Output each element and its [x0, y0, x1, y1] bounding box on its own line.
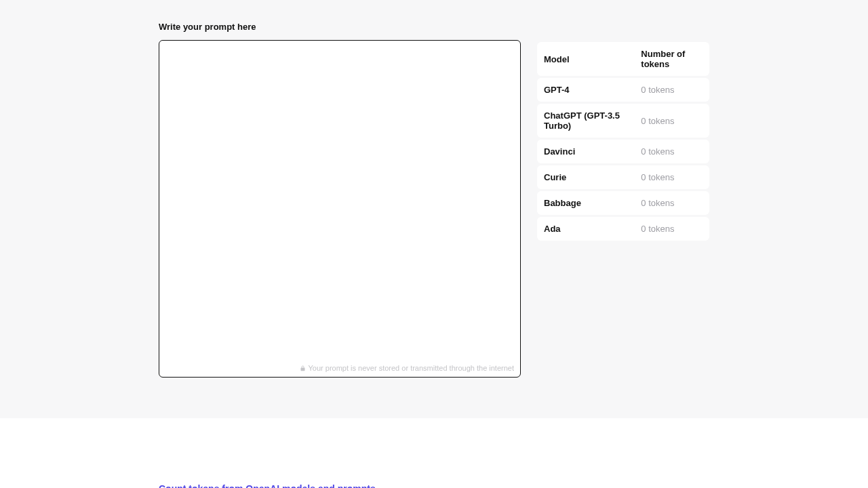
model-cell: Babbage	[537, 191, 634, 215]
tokens-cell: 0 tokens	[634, 104, 709, 138]
table-row: GPT-40 tokens	[537, 78, 709, 102]
table-row: Davinci0 tokens	[537, 140, 709, 163]
token-table: Model Number of tokens GPT-40 tokensChat…	[537, 40, 709, 243]
tokens-cell: 0 tokens	[634, 217, 709, 241]
prompt-input[interactable]	[159, 40, 521, 378]
page-subtitle: Count tokens from OpenAI models and prom…	[159, 483, 709, 488]
token-table-wrap: Model Number of tokens GPT-40 tokensChat…	[537, 40, 709, 243]
model-cell: GPT-4	[537, 78, 634, 102]
table-header-row: Model Number of tokens	[537, 42, 709, 76]
prompt-label: Write your prompt here	[159, 22, 709, 32]
model-cell: Ada	[537, 217, 634, 241]
model-cell: ChatGPT (GPT-3.5 Turbo)	[537, 104, 634, 138]
model-cell: Davinci	[537, 140, 634, 163]
main-row: Your prompt is never stored or transmitt…	[159, 40, 709, 378]
tokens-cell: 0 tokens	[634, 191, 709, 215]
textarea-wrap: Your prompt is never stored or transmitt…	[159, 40, 521, 378]
table-row: ChatGPT (GPT-3.5 Turbo)0 tokens	[537, 104, 709, 138]
table-row: Curie0 tokens	[537, 165, 709, 189]
tokens-cell: 0 tokens	[634, 140, 709, 163]
model-cell: Curie	[537, 165, 634, 189]
table-row: Ada0 tokens	[537, 217, 709, 241]
tokens-cell: 0 tokens	[634, 165, 709, 189]
table-row: Babbage0 tokens	[537, 191, 709, 215]
lock-icon	[300, 365, 306, 372]
tokens-cell: 0 tokens	[634, 78, 709, 102]
privacy-note-text: Your prompt is never stored or transmitt…	[309, 364, 514, 372]
col-tokens: Number of tokens	[634, 42, 709, 76]
col-model: Model	[537, 42, 634, 76]
privacy-note: Your prompt is never stored or transmitt…	[300, 364, 514, 372]
